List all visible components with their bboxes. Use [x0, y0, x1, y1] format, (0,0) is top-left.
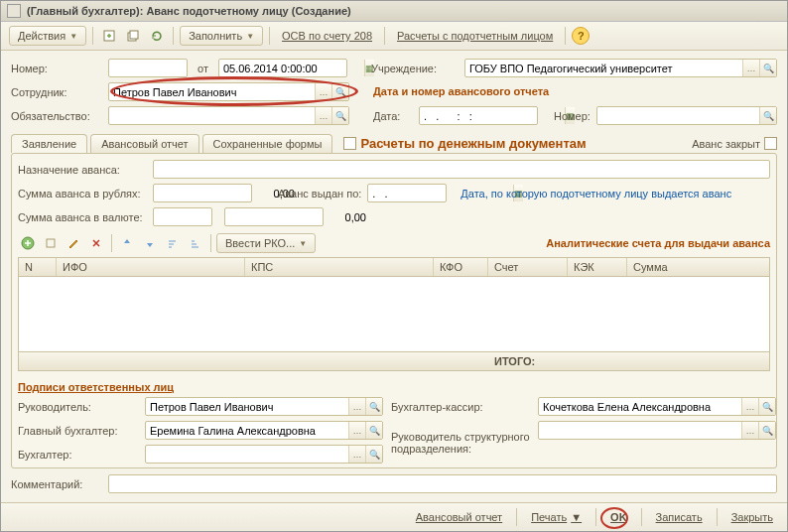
- add-row-icon[interactable]: [18, 233, 38, 253]
- svg-rect-4: [47, 239, 55, 247]
- window-title: (Главный бухгалтер): Аванс подотчетному …: [27, 5, 351, 17]
- chief-label: Главный бухгалтер:: [18, 425, 137, 437]
- search-icon[interactable]: 🔍: [331, 107, 348, 124]
- grid-body: [19, 277, 769, 351]
- osv-link[interactable]: ОСВ по счету 208: [276, 30, 378, 42]
- sort-desc-icon[interactable]: [186, 233, 205, 253]
- move-down-icon[interactable]: [140, 233, 160, 253]
- ok-button[interactable]: OK: [604, 511, 633, 523]
- sum-val-input[interactable]: [224, 207, 324, 226]
- date2-input[interactable]: ▦: [419, 106, 538, 125]
- advance-section-title: Дата и номер авансового отчета: [373, 85, 549, 97]
- analytic-label: Аналитические счета для выдачи аванса: [546, 237, 770, 249]
- print-button[interactable]: Печать▼: [525, 511, 588, 523]
- ellipsis-icon[interactable]: …: [741, 398, 758, 415]
- ellipsis-icon[interactable]: …: [348, 398, 365, 415]
- search-icon[interactable]: 🔍: [759, 60, 776, 76]
- search-icon[interactable]: 🔍: [365, 422, 382, 439]
- tab-advance-report[interactable]: Авансовый отчет: [90, 134, 198, 153]
- fill-menu[interactable]: Заполнить▼: [180, 26, 263, 46]
- actions-menu[interactable]: Действия▼: [9, 26, 86, 46]
- number-label: Номер:: [11, 63, 102, 74]
- head-label: Руководитель:: [18, 401, 137, 413]
- enter-rko-button[interactable]: Ввести РКО...▼: [216, 233, 316, 253]
- adv-given-input[interactable]: ▦: [367, 184, 447, 202]
- calc-link[interactable]: Расчеты с подотчетным лицом: [391, 30, 559, 42]
- advance-closed-label: Аванс закрыт: [692, 138, 760, 150]
- doc-icon: [7, 4, 21, 18]
- copy-icon[interactable]: [123, 26, 143, 46]
- search-icon[interactable]: 🔍: [758, 398, 775, 415]
- purpose-label: Назначение аванса:: [18, 164, 147, 176]
- ellipsis-icon[interactable]: …: [315, 83, 331, 100]
- currency-input[interactable]: …: [153, 207, 212, 226]
- number-input[interactable]: [108, 59, 188, 77]
- search-icon[interactable]: 🔍: [365, 398, 382, 415]
- lines-grid[interactable]: N ИФО КПС КФО Счет КЭК Сумма ИТОГО:: [18, 257, 770, 371]
- svg-rect-2: [130, 31, 138, 39]
- col-sum[interactable]: Сумма: [627, 258, 769, 276]
- refresh-icon[interactable]: [147, 26, 167, 46]
- ellipsis-icon[interactable]: …: [741, 422, 758, 439]
- cashier-input[interactable]: …🔍: [538, 397, 776, 416]
- date-input[interactable]: ▦: [218, 59, 347, 77]
- main-toolbar: Действия▼ Заполнить▼ ОСВ по счету 208 Ра…: [1, 22, 787, 51]
- money-docs-label: Расчеты по денежным документам: [360, 136, 586, 151]
- struct-label: Руководитель структурного подразделения:: [391, 431, 530, 455]
- col-kek[interactable]: КЭК: [568, 258, 627, 276]
- col-kfo[interactable]: КФО: [434, 258, 488, 276]
- copy-row-icon[interactable]: [41, 233, 61, 253]
- comment-label: Комментарий:: [11, 478, 102, 490]
- close-button[interactable]: Закрыть: [725, 511, 779, 523]
- sum-rub-input[interactable]: [153, 184, 252, 202]
- purpose-input[interactable]: [153, 160, 770, 179]
- titlebar: (Главный бухгалтер): Аванс подотчетному …: [1, 1, 787, 22]
- accountant-label: Бухгалтер:: [18, 449, 137, 461]
- search-icon[interactable]: 🔍: [365, 446, 382, 463]
- org-input[interactable]: …🔍: [464, 59, 777, 77]
- ellipsis-icon[interactable]: …: [315, 107, 331, 124]
- from-label: от: [197, 63, 208, 74]
- number2-label: Номер:: [554, 110, 591, 122]
- col-kps[interactable]: КПС: [245, 258, 434, 276]
- accountant-input[interactable]: …🔍: [145, 445, 383, 464]
- move-up-icon[interactable]: [117, 233, 137, 253]
- col-n[interactable]: N: [19, 258, 57, 276]
- advance-closed-checkbox[interactable]: [764, 137, 777, 150]
- col-ifo[interactable]: ИФО: [57, 258, 245, 276]
- obligation-label: Обязательство:: [11, 110, 102, 122]
- obligation-input[interactable]: …🔍: [108, 106, 349, 125]
- search-icon[interactable]: 🔍: [758, 422, 775, 439]
- search-icon[interactable]: 🔍: [331, 83, 348, 100]
- number2-input[interactable]: 🔍: [596, 106, 777, 125]
- struct-input[interactable]: …🔍: [538, 421, 776, 440]
- org-label: Учреждение:: [371, 63, 459, 74]
- date2-label: Дата:: [373, 110, 413, 122]
- head-input[interactable]: …🔍: [145, 397, 383, 416]
- cashier-label: Бухгалтер-кассир:: [391, 401, 530, 413]
- sort-asc-icon[interactable]: [163, 233, 183, 253]
- ellipsis-icon[interactable]: …: [742, 60, 759, 76]
- money-docs-checkbox[interactable]: [343, 137, 356, 150]
- tab-application[interactable]: Заявление: [11, 134, 87, 153]
- adv-given-hint: Дата, по которую подотчетному лицу выдае…: [460, 188, 731, 200]
- search-icon[interactable]: 🔍: [759, 107, 776, 124]
- chief-input[interactable]: …🔍: [145, 421, 383, 440]
- help-icon[interactable]: ?: [572, 27, 590, 45]
- delete-row-icon[interactable]: [86, 233, 106, 253]
- add-icon[interactable]: [99, 26, 119, 46]
- ellipsis-icon[interactable]: …: [348, 446, 365, 463]
- total-label: ИТОГО:: [488, 352, 568, 370]
- sum-val-label: Сумма аванса в валюте:: [18, 211, 147, 223]
- signatures-title: Подписи ответственных лиц: [18, 381, 770, 393]
- tab-saved-forms[interactable]: Сохраненные формы: [202, 134, 333, 153]
- comment-input[interactable]: [108, 474, 777, 493]
- save-button[interactable]: Записать: [650, 511, 709, 523]
- adv-given-label: Аванс выдан по:: [278, 188, 361, 200]
- employee-label: Сотрудник:: [11, 86, 102, 98]
- advance-report-button[interactable]: Авансовый отчет: [410, 511, 508, 523]
- edit-row-icon[interactable]: [64, 233, 83, 253]
- col-acct[interactable]: Счет: [488, 258, 568, 276]
- employee-input[interactable]: …🔍: [108, 82, 349, 101]
- ellipsis-icon[interactable]: …: [348, 422, 365, 439]
